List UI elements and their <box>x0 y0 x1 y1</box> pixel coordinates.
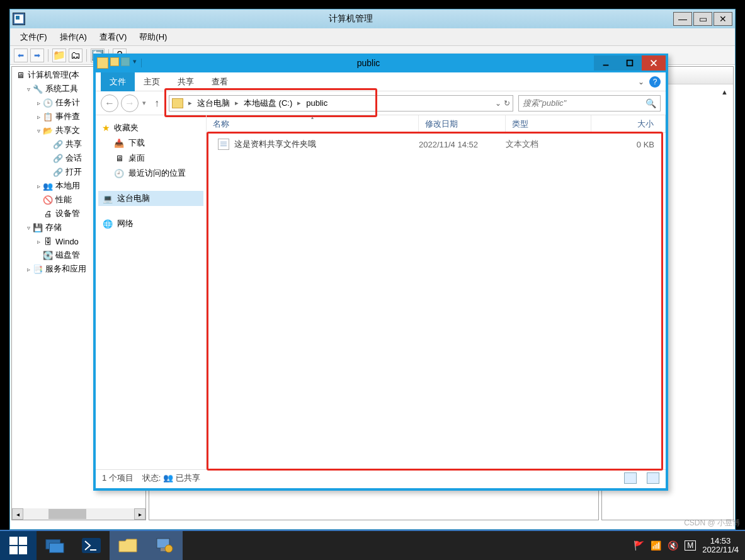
start-button[interactable] <box>0 531 37 560</box>
taskbar-item-mmc[interactable] <box>146 531 183 560</box>
folder-icon <box>172 98 183 108</box>
list-item[interactable]: 这是资料共享文件夹哦 2022/11/4 14:52 文本文档 0 KB <box>207 133 666 151</box>
search-box[interactable]: 🔍 <box>518 95 661 111</box>
address-dropdown-icon[interactable]: ⌄ <box>495 99 501 108</box>
folder-icon <box>110 57 119 66</box>
explorer-ribbon: 文件 主页 共享 查看 ⌄ ? <box>96 72 666 91</box>
breadcrumb-folder[interactable]: public <box>302 98 331 108</box>
close-button[interactable]: ✕ <box>714 12 732 26</box>
watermark: CSDN @ 小昱博 <box>684 518 740 529</box>
tree-toggle-icon[interactable]: ▹ <box>35 238 42 245</box>
services-icon: 📑 <box>32 264 43 274</box>
svg-rect-0 <box>603 65 609 66</box>
column-name[interactable]: 名称▴ <box>207 115 419 132</box>
scroll-right-button[interactable]: ▸ <box>134 508 145 520</box>
nav-history-dropdown[interactable]: ▾ <box>141 99 147 107</box>
help-icon[interactable]: ? <box>649 76 661 88</box>
sidebar-item-desktop[interactable]: 🖥桌面 <box>98 151 203 166</box>
tab-file[interactable]: 文件 <box>101 72 135 91</box>
folder-icon <box>97 57 108 69</box>
explorer-nav-pane: ★收藏夹 📥下载 🖥桌面 🕘最近访问的位置 💻这台电脑 🌐网络 <box>96 115 207 469</box>
disk-icon: 💽 <box>42 250 54 260</box>
sound-muted-icon[interactable]: 🔇 <box>668 540 678 551</box>
svg-rect-3 <box>50 543 64 552</box>
menu-help[interactable]: 帮助(H) <box>133 29 173 45</box>
maximize-button[interactable]: ▭ <box>693 12 712 26</box>
tree-toggle-icon[interactable]: ▿ <box>25 86 32 93</box>
svg-rect-1 <box>627 60 633 66</box>
tab-home[interactable]: 主页 <box>135 72 169 91</box>
taskbar-item-server-manager[interactable] <box>37 531 73 560</box>
status-item-count: 1 个项目 <box>102 472 134 484</box>
breadcrumb-separator-icon[interactable]: ▸ <box>187 99 193 107</box>
nav-up-button[interactable]: ↑ <box>150 96 164 110</box>
menu-view[interactable]: 查看(V) <box>93 29 133 45</box>
nav-back-button[interactable]: ⬅ <box>14 49 28 62</box>
up-folder-button[interactable]: 📁 <box>52 49 66 62</box>
close-button[interactable] <box>642 55 666 71</box>
taskbar-clock[interactable]: 14:53 2022/11/4 <box>702 537 739 555</box>
taskbar-item-powershell[interactable] <box>73 531 110 560</box>
breadcrumb-separator-icon[interactable]: ▸ <box>234 99 240 107</box>
search-input[interactable] <box>523 98 645 108</box>
text-file-icon <box>218 139 229 150</box>
scroll-left-button[interactable]: ◂ <box>12 508 23 520</box>
tree-root-label: 计算机管理(本 <box>28 69 79 81</box>
refresh-button[interactable]: ↻ <box>504 99 510 108</box>
column-type[interactable]: 类型 <box>506 115 591 132</box>
sidebar-item-recent[interactable]: 🕘最近访问的位置 <box>98 166 203 181</box>
tree-toggle-icon[interactable]: ▿ <box>25 224 32 231</box>
tree-toggle-icon[interactable]: ▹ <box>35 113 42 120</box>
explorer-titlebar[interactable]: ▾ public <box>93 54 668 72</box>
properties-button[interactable]: 🗂 <box>69 49 82 62</box>
icons-view-button[interactable] <box>647 472 659 484</box>
details-view-button[interactable] <box>624 472 637 484</box>
device-icon: 🖨 <box>42 209 54 219</box>
status-shared: 已共享 <box>176 472 200 484</box>
dropdown-caret-icon[interactable]: ▾ <box>132 57 138 69</box>
taskbar-item-explorer[interactable] <box>110 531 146 560</box>
perf-icon: 🚫 <box>42 195 54 205</box>
address-bar[interactable]: ▸ 这台电脑 ▸ 本地磁盘 (C:) ▸ public ⌄ ↻ <box>169 95 513 111</box>
column-date[interactable]: 修改日期 <box>419 115 506 132</box>
sidebar-item-network[interactable]: 🌐网络 <box>98 216 203 231</box>
tree-horizontal-scrollbar[interactable]: ◂ ▸ <box>12 508 145 520</box>
star-icon: ★ <box>102 123 110 133</box>
breadcrumb-drive[interactable]: 本地磁盘 (C:) <box>240 98 296 109</box>
computer-icon: 🖥 <box>14 70 26 80</box>
nav-back-button[interactable]: ← <box>101 94 118 112</box>
favorites-header[interactable]: ★收藏夹 <box>98 120 203 135</box>
network-tray-icon[interactable]: 📶 <box>651 540 661 551</box>
minimize-button[interactable]: — <box>673 12 692 26</box>
sidebar-item-downloads[interactable]: 📥下载 <box>98 135 203 151</box>
breadcrumb-separator-icon[interactable]: ▸ <box>296 99 302 107</box>
collapse-up-icon[interactable]: ▲ <box>721 88 728 96</box>
tab-share[interactable]: 共享 <box>169 72 203 91</box>
search-icon[interactable]: 🔍 <box>645 98 656 108</box>
list-item-name: 这是资料共享文件夹哦 <box>207 139 419 150</box>
scroll-thumb[interactable] <box>48 509 86 519</box>
tree-item-label: 存储 <box>45 222 62 233</box>
flag-icon[interactable]: 🚩 <box>634 540 644 551</box>
nav-forward-button[interactable]: ➡ <box>30 49 44 62</box>
sidebar-item-thispc[interactable]: 💻这台电脑 <box>98 191 203 206</box>
share-sub-icon: 🔗 <box>52 139 64 149</box>
tab-view[interactable]: 查看 <box>203 72 237 91</box>
minimize-button[interactable] <box>594 55 618 71</box>
tree-toggle-icon[interactable]: ▹ <box>35 183 42 190</box>
nav-forward-button[interactable]: → <box>121 94 139 112</box>
maximize-button[interactable] <box>618 55 642 71</box>
clock-icon: 🕒 <box>42 98 54 108</box>
share-icon: 📂 <box>42 125 54 135</box>
menu-action[interactable]: 操作(A) <box>54 29 93 45</box>
tree-toggle-icon[interactable]: ▹ <box>35 100 42 106</box>
mmc-titlebar[interactable]: 计算机管理 — ▭ ✕ <box>10 9 735 28</box>
menu-file[interactable]: 文件(F) <box>14 29 54 45</box>
column-size[interactable]: 大小 <box>591 115 666 132</box>
ribbon-expand-button[interactable]: ⌄ <box>633 77 649 86</box>
file-list-view[interactable]: 名称▴ 修改日期 类型 大小 这是资料共享文件夹哦 2022/11/4 14:5… <box>207 115 666 469</box>
ime-indicator[interactable]: M <box>685 540 696 551</box>
breadcrumb-pc[interactable]: 这台电脑 <box>193 98 234 109</box>
tree-toggle-icon[interactable]: ▿ <box>35 127 42 134</box>
tree-toggle-icon[interactable]: ▹ <box>25 266 32 273</box>
